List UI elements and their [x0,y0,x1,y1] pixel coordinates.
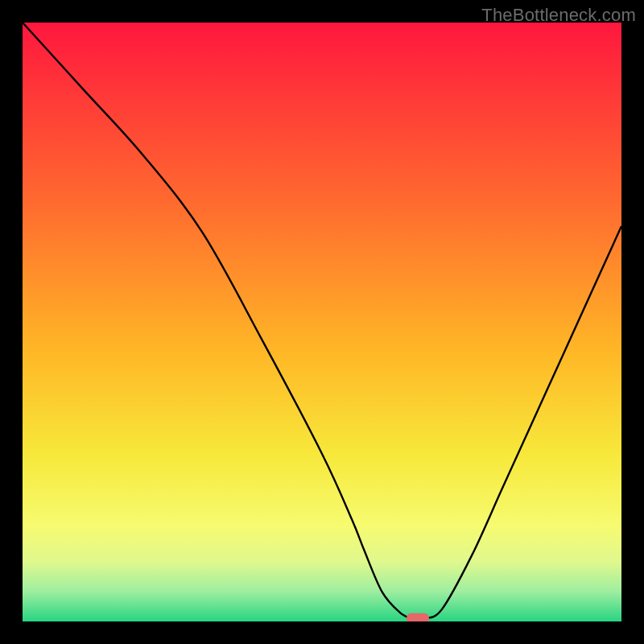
plot-area [23,23,621,621]
chart-container: TheBottleneck.com [0,0,644,644]
gradient-background [23,23,621,621]
bottleneck-chart [23,23,621,621]
optimal-marker [407,613,429,621]
watermark-label: TheBottleneck.com [481,5,636,26]
